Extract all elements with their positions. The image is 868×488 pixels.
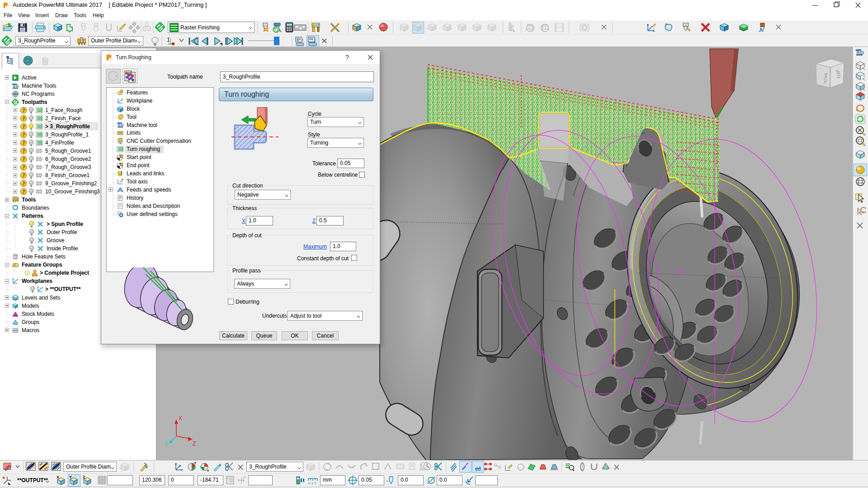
svg-text:BACK: BACK — [823, 73, 828, 84]
svg-text:?: ? — [22, 108, 25, 113]
svg-text:X: X — [179, 415, 182, 422]
svg-text:Z: Z — [193, 441, 196, 447]
svg-text:?: ? — [22, 149, 25, 154]
svg-text:?: ? — [22, 173, 25, 178]
svg-text:?: ? — [22, 141, 25, 145]
svg-text:Y: Y — [69, 475, 72, 479]
svg-text:?: ? — [22, 189, 25, 194]
svg-text:?: ? — [22, 157, 25, 162]
svg-text:Z: Z — [83, 475, 85, 479]
svg-text:1: 1 — [167, 36, 170, 43]
svg-text:?: ? — [22, 124, 25, 129]
svg-text:?: ? — [22, 181, 25, 186]
svg-text:X: X — [57, 475, 59, 479]
svg-text:?: ? — [22, 132, 25, 137]
svg-text:0 1 2: 0 1 2 — [308, 481, 316, 485]
svg-text:Y: Y — [165, 441, 168, 448]
svg-text:?: ? — [22, 116, 25, 121]
svg-text:?: ? — [22, 165, 25, 170]
